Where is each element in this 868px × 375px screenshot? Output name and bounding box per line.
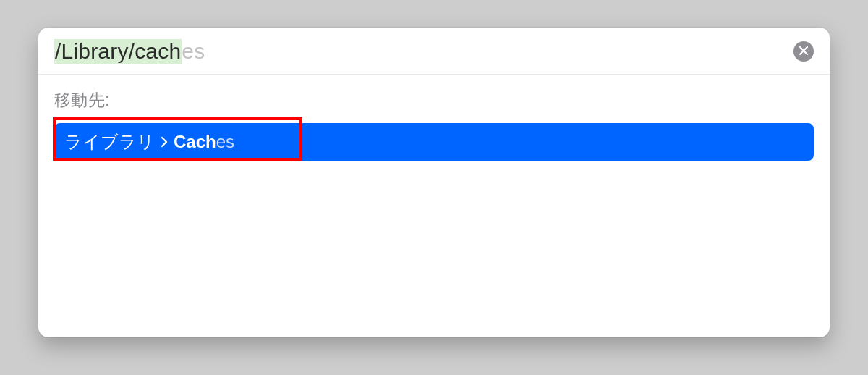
breadcrumb-segment-caches: Caches [174, 132, 234, 152]
go-to-label: 移動先: [54, 89, 814, 111]
result-row-caches[interactable]: ライブラリ Caches [54, 123, 814, 161]
go-to-folder-panel: /Library/caches 移動先: ライブラリ Caches [38, 28, 830, 337]
path-typed-text: /Library/cach [54, 39, 182, 64]
chevron-right-icon [161, 136, 168, 148]
match-tail-part: es [216, 132, 234, 151]
match-bold-part: Cach [174, 132, 216, 151]
path-autocomplete-suffix: es [182, 39, 205, 64]
clear-input-button[interactable] [793, 41, 814, 62]
breadcrumb-segment-library: ライブラリ [64, 130, 155, 153]
path-input-row: /Library/caches [38, 28, 830, 75]
results-area: 移動先: ライブラリ Caches [38, 75, 830, 337]
path-input[interactable]: /Library/caches [54, 39, 793, 64]
close-icon [799, 45, 808, 58]
